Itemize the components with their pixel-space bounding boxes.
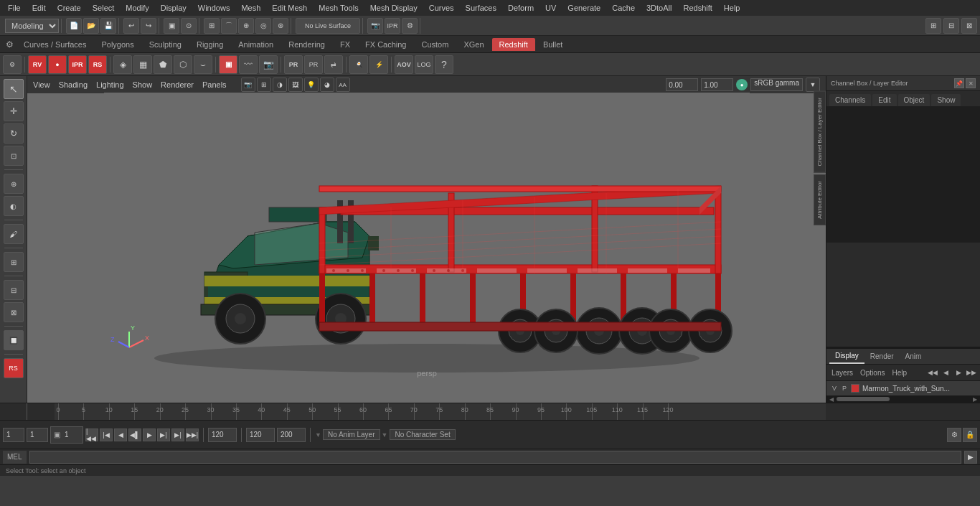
snap-point-btn[interactable]: ⊕ xyxy=(238,18,254,34)
mel-input[interactable] xyxy=(29,451,961,464)
rs-shade-btn[interactable]: RS xyxy=(4,358,24,378)
select-tool-btn[interactable]: ↖ xyxy=(4,79,24,99)
tab-custom[interactable]: Custom xyxy=(415,38,456,51)
bottom-settings-btn[interactable]: ⚙ xyxy=(947,428,961,442)
next-key-btn[interactable]: ▶| xyxy=(171,428,184,441)
ch-tab-object[interactable]: Object xyxy=(898,94,930,106)
vp-wireframe-btn[interactable]: ⊞ xyxy=(257,78,271,92)
scroll-left-arrow[interactable]: ◀ xyxy=(828,396,835,403)
menu-redshift[interactable]: Redshift xyxy=(678,2,717,14)
frame-display-field[interactable] xyxy=(62,428,80,442)
prev-frame-btn[interactable]: ◀ xyxy=(114,428,127,441)
l-tab-anim[interactable]: Anim xyxy=(900,350,928,363)
menu-mesh[interactable]: Mesh xyxy=(236,2,265,14)
vp-renderer-menu[interactable]: Renderer xyxy=(161,80,194,89)
rs-icon-1[interactable]: RV xyxy=(28,55,47,74)
layer-icon-4[interactable]: ▶▶ xyxy=(966,367,977,378)
frame-start-field[interactable] xyxy=(3,428,24,442)
panel-close-btn[interactable]: ✕ xyxy=(966,78,976,88)
tabs-settings-btn[interactable]: ⚙ xyxy=(3,38,16,51)
render-opts-btn[interactable]: ⚙ xyxy=(402,18,418,34)
rs-icon-2[interactable]: ● xyxy=(48,55,67,74)
shape-icon-4[interactable]: ⬡ xyxy=(174,55,192,74)
soft-mod-btn[interactable]: ◐ xyxy=(4,196,24,216)
vp-lighting-menu[interactable]: Lighting xyxy=(96,80,124,89)
vp-shadow-btn[interactable]: ◕ xyxy=(320,78,334,92)
rs-icon-3[interactable]: IPR xyxy=(68,55,87,74)
marquee-btn[interactable]: ⊞ xyxy=(4,252,24,272)
shape-icon-2[interactable]: ▦ xyxy=(133,55,152,74)
l-tab-render[interactable]: Render xyxy=(864,350,900,363)
snap-grid-btn[interactable]: ⊞ xyxy=(204,18,220,34)
rs-icon-6[interactable]: ⚡ xyxy=(369,55,388,74)
layout-btn2[interactable]: ⊟ xyxy=(943,18,959,34)
tab-fx[interactable]: FX xyxy=(333,38,357,51)
mel-run-btn[interactable]: ▶ xyxy=(964,451,977,464)
vp-panels-menu[interactable]: Panels xyxy=(202,80,227,89)
tab-xgen[interactable]: XGen xyxy=(456,38,491,51)
vp-aa-btn[interactable]: AA xyxy=(336,78,350,92)
vp-light-btn[interactable]: 💡 xyxy=(304,78,319,92)
tab-rigging[interactable]: Rigging xyxy=(189,38,230,51)
shape-icon-3[interactable]: ⬟ xyxy=(154,55,172,74)
skip-end-btn[interactable]: ▶▶| xyxy=(186,428,199,441)
menu-edit[interactable]: Edit xyxy=(27,2,51,14)
viewport[interactable]: View Shading Lighting Show Renderer Pane… xyxy=(27,76,826,403)
menu-create[interactable]: Create xyxy=(52,2,86,14)
rs-icon-5[interactable]: 🍳 xyxy=(349,55,368,74)
menu-display[interactable]: Display xyxy=(156,2,192,14)
render-ipr-btn[interactable]: IPR xyxy=(385,18,400,34)
frame-end-range-field[interactable] xyxy=(208,428,237,442)
paint-brush-btn[interactable]: 🖌 xyxy=(4,224,24,244)
vp-show-menu[interactable]: Show xyxy=(133,80,153,89)
layer-icon-3[interactable]: ▶ xyxy=(953,367,964,378)
tab-polygons[interactable]: Polygons xyxy=(94,38,141,51)
l-menu-help[interactable]: Help xyxy=(890,368,909,378)
play-fwd-btn[interactable]: ▶ xyxy=(143,428,156,441)
menu-deform[interactable]: Deform xyxy=(503,2,539,14)
menu-uv[interactable]: UV xyxy=(540,2,561,14)
frame-end-field[interactable] xyxy=(246,428,275,442)
universal-manip-btn[interactable]: ⊕ xyxy=(4,174,24,194)
rotate-tool-btn[interactable]: ↻ xyxy=(4,123,24,144)
rs-icon-4[interactable]: RS xyxy=(88,55,107,74)
lasso-btn[interactable]: ⊙ xyxy=(181,18,197,34)
tab-rendering[interactable]: Rendering xyxy=(281,38,332,51)
rs-aov-icon[interactable]: AOV xyxy=(395,55,413,74)
prev-key-btn[interactable]: |◀ xyxy=(100,428,113,441)
pr-icon-2[interactable]: PR xyxy=(304,55,323,74)
play-back-btn[interactable]: ◀▌ xyxy=(128,428,141,441)
l-menu-layers[interactable]: Layers xyxy=(829,368,855,378)
menu-cache[interactable]: Cache xyxy=(607,2,640,14)
menu-windows[interactable]: Windows xyxy=(193,2,235,14)
scroll-right-arrow[interactable]: ▶ xyxy=(971,396,979,403)
timeline-ruler[interactable]: 0510152025303540455055606570758085909510… xyxy=(55,403,826,420)
rs-cam-icon[interactable]: 📷 xyxy=(259,55,278,74)
range-end-field[interactable] xyxy=(277,428,306,442)
view-mode-btn[interactable]: 🔲 xyxy=(4,330,24,350)
anim-layer-arrow2[interactable]: ▼ xyxy=(382,431,388,439)
menu-modify[interactable]: Modify xyxy=(121,2,154,14)
l-menu-options[interactable]: Options xyxy=(858,368,887,378)
tab-animation[interactable]: Animation xyxy=(231,38,281,51)
tab-fx-caching[interactable]: FX Caching xyxy=(358,38,413,51)
anim-layer-arrow[interactable]: ▼ xyxy=(315,431,321,439)
no-live-btn[interactable]: No Live Surface xyxy=(296,18,360,34)
snap-surface-btn[interactable]: ◎ xyxy=(255,18,271,34)
snap-curve-btn[interactable]: ⌒ xyxy=(221,18,237,34)
menu-mesh-display[interactable]: Mesh Display xyxy=(365,2,423,14)
panel-pin-btn[interactable]: 📌 xyxy=(954,78,964,88)
layout-btn3[interactable]: ⊠ xyxy=(961,18,977,34)
rs-light-icon[interactable]: 〰 xyxy=(239,55,258,74)
l-tab-display[interactable]: Display xyxy=(829,349,864,364)
ch-tab-edit[interactable]: Edit xyxy=(872,94,896,106)
edge-tab-attribute-editor[interactable]: Attribute Editor xyxy=(814,174,826,225)
ch-tab-channels[interactable]: Channels xyxy=(829,94,871,106)
vp-gamma-select[interactable]: sRGB gamma xyxy=(750,78,803,91)
tab-curves-surfaces[interactable]: Curves / Surfaces xyxy=(17,38,93,51)
layer-icon-1[interactable]: ◀◀ xyxy=(927,367,938,378)
vp-shading-menu[interactable]: Shading xyxy=(59,80,88,89)
tab-bullet[interactable]: Bullet xyxy=(536,38,570,51)
frame-current-field[interactable] xyxy=(27,428,48,442)
layer-v-btn[interactable]: V xyxy=(831,384,838,393)
